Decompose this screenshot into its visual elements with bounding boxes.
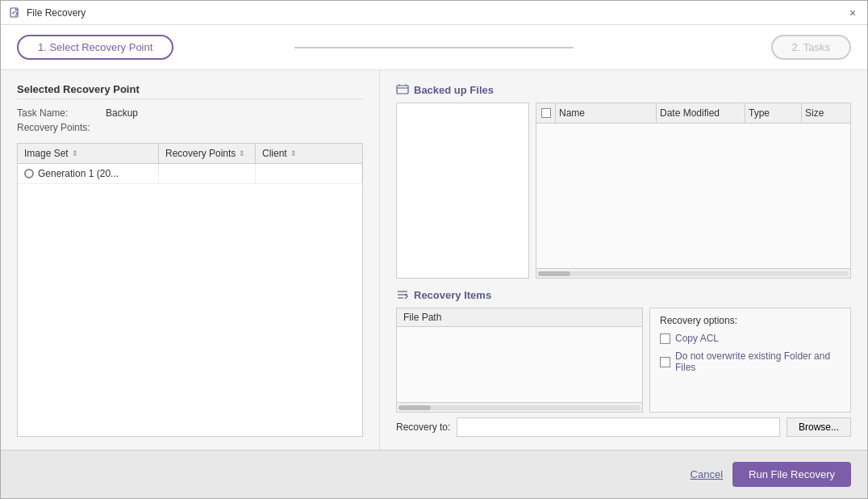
fth-type[interactable]: Type	[745, 103, 802, 123]
file-path-body[interactable]	[397, 327, 642, 402]
close-button[interactable]: ×	[846, 6, 859, 19]
svg-rect-1	[397, 86, 408, 94]
wizard-step-2: 2. Tasks	[572, 35, 851, 60]
backed-up-body: Name Date Modified Type Size	[396, 103, 851, 279]
file-path-header: File Path	[397, 308, 642, 327]
recovery-points-label: Recovery Points:	[17, 122, 106, 133]
cancel-button[interactable]: Cancel	[691, 468, 723, 480]
th-recovery-points[interactable]: Recovery Points ⇕	[159, 144, 256, 163]
option-copy-acl: Copy ACL	[660, 333, 841, 344]
table-row[interactable]: Generation 1 (20...	[18, 164, 362, 184]
copy-acl-checkbox[interactable]	[660, 333, 670, 344]
recovery-items-header: Recovery Items	[396, 288, 851, 301]
table-body: Generation 1 (20...	[18, 164, 362, 434]
sort-icon-client: ⇕	[290, 149, 297, 157]
fth-date-modified[interactable]: Date Modified	[657, 103, 745, 123]
file-list: Name Date Modified Type Size	[536, 103, 851, 279]
hscroll-track[interactable]	[538, 271, 849, 276]
td-client	[256, 164, 362, 183]
wizard-step-1: 1. Select Recovery Point	[17, 35, 296, 60]
file-list-header: Name Date Modified Type Size	[536, 103, 850, 124]
backed-up-section: Backed up Files Name Date Modified Type …	[396, 83, 851, 279]
header-checkbox[interactable]	[541, 108, 551, 118]
recovery-section: Recovery Items File Path Recovery optio	[396, 288, 851, 437]
file-tree[interactable]	[396, 103, 529, 279]
right-panel: Backed up Files Name Date Modified Type …	[380, 70, 867, 450]
file-list-body	[536, 124, 850, 268]
th-client[interactable]: Client ⇕	[256, 144, 362, 163]
browse-button[interactable]: Browse...	[787, 417, 851, 437]
fth-name[interactable]: Name	[556, 103, 657, 123]
run-file-recovery-button[interactable]: Run File Recovery	[732, 462, 851, 487]
no-overwrite-checkbox[interactable]	[660, 357, 670, 367]
title-bar-left: File Recovery	[9, 6, 86, 19]
recovery-points-table: Image Set ⇕ Recovery Points ⇕ Client ⇕	[17, 143, 363, 437]
recovery-points-label-row: Recovery Points:	[17, 122, 363, 133]
task-name-label: Task Name:	[17, 107, 106, 119]
main-content: Selected Recovery Point Task Name: Backu…	[1, 70, 867, 450]
recovery-items-label: Recovery Items	[414, 289, 491, 301]
td-recovery-points	[159, 164, 256, 183]
window-title: File Recovery	[27, 7, 86, 19]
wizard-bar: 1. Select Recovery Point 2. Tasks	[1, 25, 867, 70]
radio-button[interactable]	[24, 169, 34, 178]
fth-size[interactable]: Size	[802, 103, 850, 123]
no-overwrite-label: Do not overwrite existing Folder and Fil…	[675, 350, 841, 373]
copy-acl-label: Copy ACL	[675, 333, 719, 344]
option-no-overwrite: Do not overwrite existing Folder and Fil…	[660, 350, 841, 373]
th-image-set[interactable]: Image Set ⇕	[18, 144, 159, 163]
td-image-set: Generation 1 (20...	[18, 164, 159, 183]
fth-checkbox[interactable]	[536, 103, 556, 123]
footer: Cancel Run File Recovery	[1, 450, 867, 498]
recovery-items-icon	[396, 288, 409, 301]
file-recovery-window: File Recovery × 1. Select Recovery Point…	[0, 0, 868, 499]
task-name-row: Task Name: Backup	[17, 107, 363, 119]
step-connector	[294, 47, 574, 48]
fp-hscrollbar[interactable]	[397, 402, 642, 412]
left-panel: Selected Recovery Point Task Name: Backu…	[1, 70, 380, 450]
recovery-items-body: File Path Recovery options: Copy ACL	[396, 308, 851, 413]
title-bar: File Recovery ×	[1, 1, 867, 25]
backed-up-label: Backed up Files	[414, 84, 494, 96]
task-name-value: Backup	[106, 107, 138, 119]
table-header: Image Set ⇕ Recovery Points ⇕ Client ⇕	[18, 144, 362, 164]
recovery-to-label: Recovery to:	[396, 421, 450, 433]
sort-icon-image-set: ⇕	[72, 149, 78, 157]
left-section-title: Selected Recovery Point	[17, 83, 363, 99]
recovery-to-row: Recovery to: Browse...	[396, 417, 851, 437]
hscroll-thumb[interactable]	[538, 271, 570, 276]
step2-pill[interactable]: 2. Tasks	[771, 35, 851, 60]
recovery-to-input[interactable]	[457, 417, 780, 437]
step1-pill[interactable]: 1. Select Recovery Point	[17, 35, 173, 60]
options-label: Recovery options:	[660, 315, 841, 326]
file-path-panel: File Path	[396, 308, 643, 413]
sort-icon-recovery-points: ⇕	[239, 149, 245, 157]
options-panel: Recovery options: Copy ACL Do not overwr…	[649, 308, 851, 413]
backed-up-icon	[396, 83, 409, 96]
file-recovery-icon	[9, 6, 22, 19]
fp-hscroll-thumb[interactable]	[399, 405, 431, 410]
backed-up-header: Backed up Files	[396, 83, 851, 96]
fp-hscroll-track[interactable]	[399, 405, 641, 410]
file-list-hscrollbar[interactable]	[536, 268, 850, 278]
